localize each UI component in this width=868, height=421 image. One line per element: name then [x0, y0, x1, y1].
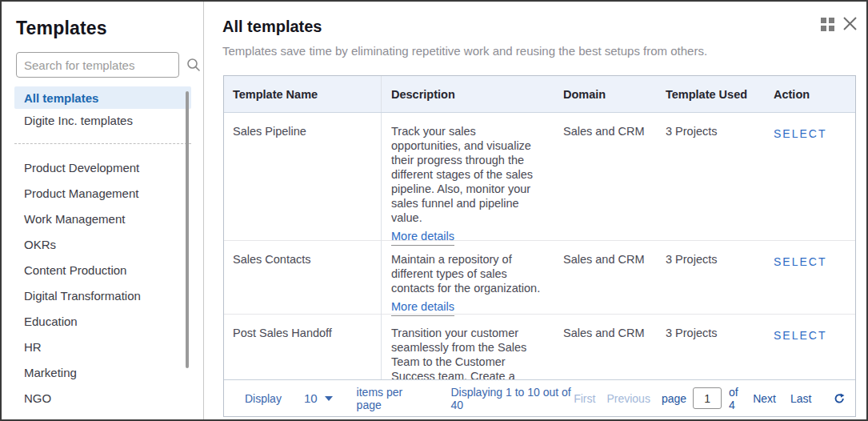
template-description-cell: Track your sales opportunities, and visu… [382, 113, 554, 246]
select-button[interactable]: SELECT [774, 126, 826, 141]
action-cell: SELECT [762, 315, 855, 379]
template-name-cell: Sales Pipeline [224, 113, 382, 246]
template-description-cell: Maintain a repository of different types… [382, 241, 554, 316]
sidebar-item-all-templates[interactable]: All templates [14, 86, 191, 109]
sidebar-item-digital-transformation[interactable]: Digital Transformation [14, 283, 191, 308]
grid-view-icon[interactable] [821, 18, 834, 31]
column-header-description: Description [382, 76, 554, 112]
search-icon [186, 58, 201, 72]
column-header-template-used: Template Used [658, 76, 762, 112]
template-used-cell: 3 Projects [658, 241, 762, 316]
pagination-summary: Displaying 1 to 10 out of 40 [450, 386, 574, 411]
page-title: All templates [222, 18, 322, 36]
sidebar-item-ngo[interactable]: NGO [14, 385, 191, 411]
pagination-right: First Previous page of 4 Next Last [574, 386, 855, 411]
more-details-link[interactable]: More details [391, 299, 454, 316]
action-cell: SELECT [762, 241, 855, 316]
template-name-cell: Sales Contacts [224, 241, 382, 316]
sidebar-item-marketing[interactable]: Marketing [14, 359, 191, 385]
table-row: Post Sales Handoff Transition your custo… [224, 315, 855, 379]
next-page-button[interactable]: Next [753, 392, 776, 405]
sidebar-item-hr[interactable]: HR [14, 334, 191, 359]
select-button[interactable]: SELECT [774, 255, 826, 269]
table-row: Sales Contacts Maintain a repository of … [224, 241, 855, 315]
page-subtitle: Templates save time by eliminating repet… [222, 44, 707, 58]
display-label: Display [245, 392, 282, 405]
table-body: Sales Pipeline Track your sales opportun… [224, 113, 855, 379]
previous-page-button[interactable]: Previous [606, 392, 650, 405]
sidebar-divider [14, 143, 191, 144]
pagination-bar: Display 10 items per page Displaying 1 t… [224, 379, 855, 416]
template-used-cell: 3 Projects [658, 113, 762, 246]
description-text: Track your sales opportunities, and visu… [391, 124, 542, 225]
page-number-input[interactable] [693, 387, 722, 409]
page-label: page [662, 392, 686, 405]
template-used-cell: 3 Projects [658, 315, 762, 379]
sidebar-title: Templates [16, 18, 107, 39]
domain-cell: Sales and CRM [554, 113, 658, 246]
sidebar-item-digite-templates[interactable]: Digite Inc. templates [14, 109, 191, 131]
sidebar-nav: All templates Digite Inc. templates Prod… [14, 86, 191, 421]
search-box [16, 52, 179, 78]
close-icon[interactable] [842, 15, 858, 32]
templates-window: Templates All templates Digite Inc. temp… [0, 0, 868, 421]
template-description-cell: Transition your customer seamlessly from… [382, 315, 554, 379]
sidebar: Templates All templates Digite Inc. temp… [2, 2, 204, 419]
description-text: Transition your customer seamlessly from… [391, 326, 542, 379]
table-row: Sales Pipeline Track your sales opportun… [224, 113, 855, 241]
first-page-button[interactable]: First [574, 392, 595, 405]
action-cell: SELECT [762, 113, 855, 246]
items-per-page-label: items per page [357, 386, 424, 411]
refresh-icon[interactable] [834, 391, 846, 407]
page-size-value: 10 [304, 391, 318, 405]
domain-cell: Sales and CRM [554, 241, 658, 316]
pagination-left: Display 10 items per page Displaying 1 t… [224, 386, 574, 411]
templates-table: Template Name Description Domain Templat… [223, 75, 856, 417]
last-page-button[interactable]: Last [790, 392, 811, 405]
column-header-domain: Domain [554, 76, 658, 112]
page-size-dropdown[interactable]: 10 [304, 391, 333, 405]
sidebar-item-product-management[interactable]: Product Management [14, 180, 191, 206]
sidebar-scrollbar[interactable] [186, 91, 189, 368]
sidebar-item-content-production[interactable]: Content Production [14, 257, 191, 283]
of-total-label: of 4 [729, 386, 742, 411]
description-text: Maintain a repository of different types… [391, 252, 542, 295]
select-button[interactable]: SELECT [774, 328, 826, 343]
template-name-cell: Post Sales Handoff [224, 315, 382, 379]
caret-down-icon [325, 396, 333, 401]
sidebar-item-okrs[interactable]: OKRs [14, 231, 191, 257]
sidebar-item-education[interactable]: Education [14, 308, 191, 334]
sidebar-item-operations[interactable]: Operations [14, 411, 191, 421]
column-header-action: Action [762, 76, 855, 112]
domain-cell: Sales and CRM [554, 315, 658, 379]
column-header-template-name: Template Name [224, 76, 382, 112]
sidebar-item-product-development[interactable]: Product Development [14, 154, 191, 180]
search-input[interactable] [17, 58, 186, 72]
sidebar-item-work-management[interactable]: Work Management [14, 206, 191, 231]
table-header-row: Template Name Description Domain Templat… [224, 76, 855, 113]
